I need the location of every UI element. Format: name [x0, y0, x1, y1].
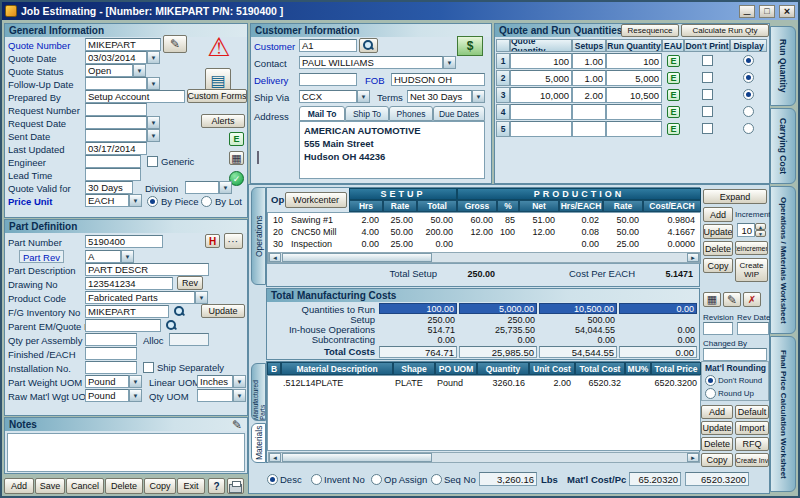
price-unit-field[interactable]: EACH — [85, 194, 129, 207]
sort-seq-radio[interactable] — [431, 474, 442, 485]
increment-up-icon[interactable] — [755, 223, 766, 230]
prepared-by-field[interactable]: Setup Account — [85, 90, 185, 103]
address-box[interactable]: AMERICAN AUTOMOTIVE 555 Main Street Huds… — [299, 121, 485, 179]
op-copy-button[interactable]: Copy — [703, 258, 733, 273]
tab-phones[interactable]: Phones — [389, 106, 433, 121]
division-dropdown-icon[interactable] — [219, 181, 232, 194]
matl-create-inv-button[interactable]: Create Inv — [735, 453, 769, 467]
delete-button[interactable]: Delete — [105, 478, 143, 494]
scroll-right-icon[interactable] — [687, 453, 699, 462]
tab-ship-to[interactable]: Ship To — [345, 106, 389, 121]
installation-field[interactable] — [85, 361, 137, 374]
contact-dropdown-icon[interactable] — [443, 56, 456, 69]
clear-revision-icon[interactable] — [743, 292, 761, 307]
run-quantity-field[interactable] — [606, 121, 662, 137]
eau-icon[interactable] — [667, 123, 680, 135]
increment-stepper[interactable]: 10 — [737, 223, 755, 237]
recalculate-icon[interactable] — [703, 292, 721, 307]
save-button[interactable]: Save — [35, 478, 65, 494]
part-rev-field[interactable]: A — [85, 250, 121, 263]
scroll-thumb[interactable] — [282, 453, 432, 462]
rev-date-field[interactable] — [737, 322, 769, 335]
raw-matl-uom-dropdown-icon[interactable] — [129, 389, 142, 402]
dont-print-checkbox[interactable] — [702, 72, 713, 83]
dont-print-checkbox[interactable] — [702, 55, 713, 66]
close-icon[interactable] — [779, 5, 795, 18]
quote-number-field[interactable]: MIKEPART — [85, 38, 161, 51]
matl-rfq-button[interactable]: RFQ — [735, 437, 769, 451]
alerts-button[interactable]: Alerts — [201, 114, 245, 128]
print-icon[interactable] — [227, 478, 244, 494]
part-weight-uom-field[interactable]: Pound — [85, 375, 129, 388]
copy-button[interactable]: Copy — [144, 478, 176, 494]
run-quantity-field[interactable]: 5,000 — [606, 70, 662, 86]
op-delete-button[interactable]: Delete — [703, 241, 733, 256]
scroll-left-icon[interactable] — [269, 453, 281, 462]
workcenter-button[interactable]: Workcenter — [285, 192, 347, 208]
sort-desc-radio[interactable] — [267, 474, 278, 485]
display-radio[interactable] — [743, 123, 754, 134]
help-icon[interactable] — [208, 478, 225, 494]
quote-date-dropdown-icon[interactable] — [147, 51, 160, 64]
quote-quantity-field[interactable] — [510, 121, 572, 137]
setups-field[interactable]: 2.00 — [572, 87, 606, 103]
scroll-left-icon[interactable] — [269, 253, 281, 262]
expand-button[interactable]: Expand — [703, 189, 767, 204]
fg-inventory-field[interactable]: MIKEPART — [85, 305, 169, 318]
increment-down-icon[interactable] — [755, 230, 766, 237]
run-quantity-field[interactable]: 10,500 — [606, 87, 662, 103]
material-row[interactable]: .512L14PLATE PLATE Pound 3260.16 2.00 65… — [267, 378, 701, 389]
by-lot-radio[interactable] — [201, 196, 212, 207]
dont-print-checkbox[interactable] — [702, 106, 713, 117]
notes-text-area[interactable] — [7, 433, 245, 472]
part-description-field[interactable]: PART DESCR — [85, 263, 209, 276]
eau-icon[interactable] — [667, 89, 680, 101]
quote-quantity-field[interactable]: 100 — [510, 53, 572, 69]
add-button[interactable]: Add — [4, 478, 34, 494]
tab-materials[interactable]: Materials — [251, 423, 266, 463]
drawing-no-field[interactable]: 123541234 — [85, 277, 173, 290]
quote-date-field[interactable]: 03/03/2014 — [85, 51, 147, 64]
operation-row[interactable]: 10 Sawing #1 2.00 25.00 50.00 60.00 85 5… — [267, 215, 701, 226]
fob-label[interactable]: FOB — [365, 74, 385, 87]
qty-uom-field[interactable] — [197, 389, 233, 402]
reincrement-button[interactable]: Reincrement — [735, 241, 768, 255]
calculator-icon[interactable] — [229, 151, 244, 165]
setups-field[interactable] — [572, 104, 606, 120]
tab-operations[interactable]: Operations — [251, 187, 266, 285]
customer-search-icon[interactable] — [359, 38, 378, 53]
currency-icon[interactable] — [457, 36, 483, 56]
create-wip-button[interactable]: Create WIP — [735, 258, 768, 282]
tab-operations-materials-worksheet[interactable]: Operations / Materials Worksheet — [770, 186, 796, 334]
request-date-dropdown-icon[interactable] — [147, 116, 160, 129]
qty-run-2[interactable]: 5,000.00 — [459, 303, 537, 314]
tab-due-dates[interactable]: Due Dates — [433, 106, 485, 121]
product-code-dropdown-icon[interactable] — [195, 291, 208, 304]
cancel-button[interactable]: Cancel — [66, 478, 104, 494]
notes-pencil-icon[interactable] — [230, 418, 244, 431]
qty-per-assembly-field[interactable] — [85, 333, 137, 346]
part-number-field[interactable]: 5190400 — [85, 235, 163, 248]
matl-default-button[interactable]: Default — [735, 405, 769, 419]
matl-add-button[interactable]: Add — [701, 405, 733, 419]
division-field[interactable] — [185, 181, 219, 194]
qty-uom-dropdown-icon[interactable] — [233, 389, 246, 402]
resequence-button[interactable]: Resequence — [621, 24, 679, 37]
finished-each-field[interactable] — [85, 347, 137, 360]
eau-icon[interactable] — [667, 106, 680, 118]
contact-field[interactable]: PAUL WILLIAMS — [299, 56, 443, 69]
parent-quote-field[interactable] — [85, 319, 161, 332]
quote-quantity-field[interactable]: 5,000 — [510, 70, 572, 86]
round-up-radio[interactable] — [705, 388, 716, 399]
quote-quantity-field[interactable] — [510, 104, 572, 120]
operations-scrollbar[interactable] — [268, 252, 700, 263]
ship-via-field[interactable]: CCX — [299, 90, 357, 103]
comment-icon[interactable] — [224, 233, 243, 249]
calculate-run-qty-button[interactable]: Calculate Run Qty — [681, 24, 769, 37]
follow-up-date-field[interactable] — [85, 77, 147, 90]
minimize-icon[interactable] — [739, 5, 755, 18]
customer-field[interactable]: A1 — [299, 39, 357, 52]
materials-scrollbar[interactable] — [268, 452, 700, 463]
lead-time-field[interactable] — [85, 168, 141, 181]
matl-copy-button[interactable]: Copy — [701, 453, 733, 467]
